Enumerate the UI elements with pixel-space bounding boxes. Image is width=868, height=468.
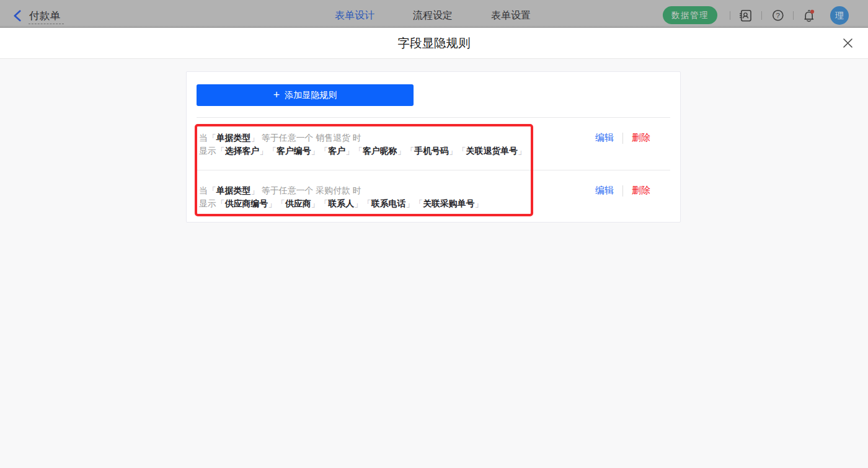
svg-text:?: ? — [776, 12, 780, 19]
